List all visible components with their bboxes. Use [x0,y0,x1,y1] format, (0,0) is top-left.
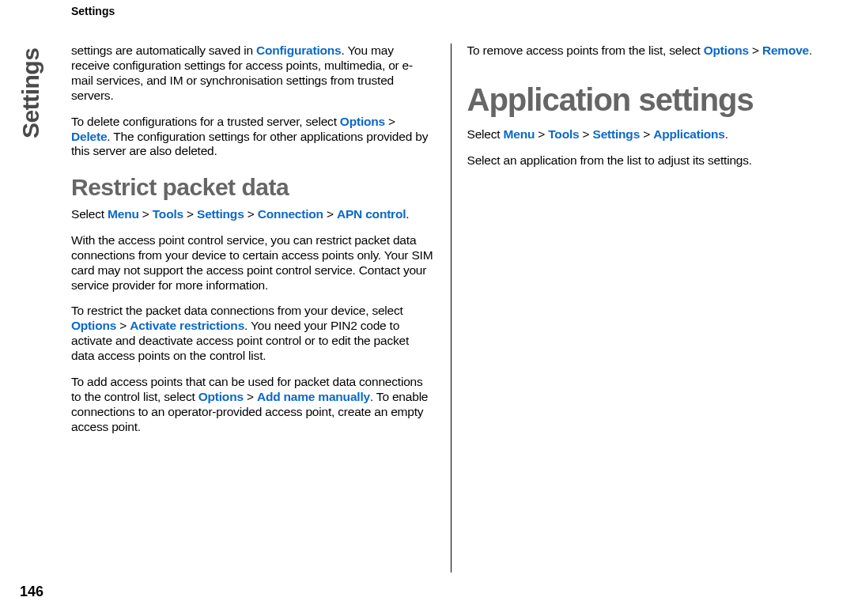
content-columns: settings are automatically saved in Conf… [71,43,838,573]
link-applications: Applications [653,127,725,141]
link-menu: Menu [108,207,139,221]
link-settings: Settings [593,127,640,141]
paragraph: settings are automatically saved in Conf… [71,43,435,104]
paragraph: With the access point control service, y… [71,233,435,293]
page-number: 146 [20,584,43,600]
paragraph: To remove access points from the list, s… [467,43,831,59]
paragraph: To add access points that can be used fo… [71,375,435,435]
link-remove: Remove [762,43,809,57]
paragraph: Select Menu > Tools > Settings > Applica… [467,127,831,142]
paragraph: Select an application from the list to a… [467,153,831,168]
link-activate-restrictions: Activate restrictions [130,319,244,332]
link-options: Options [704,43,749,57]
heading-application-settings: Application settings [467,81,831,119]
link-options: Options [340,115,385,128]
paragraph: To restrict the packet data connections … [71,304,435,364]
heading-restrict-packet-data: Restrict packet data [71,173,435,202]
link-tools: Tools [548,127,579,141]
link-delete: Delete [71,130,107,143]
link-connection: Connection [258,207,323,221]
side-label: Settings [17,48,44,138]
paragraph: To delete configurations for a trusted s… [71,115,435,160]
link-tools: Tools [153,207,183,221]
link-menu: Menu [504,127,535,141]
link-apn-control: APN control [337,207,406,221]
right-column: To remove access points from the list, s… [451,43,839,573]
link-configurations: Configurations [256,43,341,57]
link-add-name-manually: Add name manually [257,390,370,403]
page-header: Settings [71,5,115,17]
link-options: Options [198,390,244,403]
link-options: Options [71,319,116,332]
left-column: settings are automatically saved in Conf… [71,43,451,573]
link-settings: Settings [197,207,244,221]
paragraph: Select Menu > Tools > Settings > Connect… [71,207,435,222]
